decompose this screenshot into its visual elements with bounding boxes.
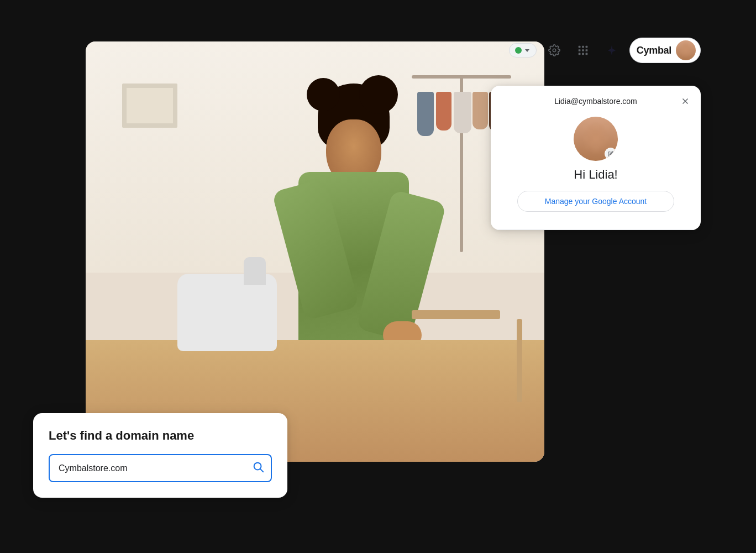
- svg-rect-8: [582, 53, 584, 55]
- cymbal-account-button[interactable]: Cymbal: [629, 38, 701, 63]
- main-scene: Cymbal Lidia@cymbalstore.com: [0, 0, 756, 553]
- svg-rect-9: [585, 53, 587, 55]
- svg-line-13: [260, 469, 263, 472]
- cymbal-brand-label: Cymbal: [637, 45, 671, 56]
- sparkle-icon: [606, 44, 618, 56]
- sewing-machine: [177, 274, 277, 351]
- search-button[interactable]: [252, 461, 264, 476]
- svg-rect-5: [582, 49, 584, 51]
- apps-button[interactable]: [572, 39, 594, 61]
- manage-account-button[interactable]: Manage your Google Account: [517, 191, 674, 212]
- search-icon: [252, 461, 264, 473]
- account-popup: Lidia@cymbalstore.com Hi Lidia! Manage y…: [491, 86, 701, 230]
- pencil-icon: [608, 151, 613, 156]
- svg-rect-7: [579, 53, 581, 55]
- popup-greeting: Hi Lidia!: [574, 168, 617, 182]
- shelf: [412, 294, 522, 404]
- shelf-board: [412, 310, 500, 319]
- avatar-face: [676, 40, 696, 60]
- status-dot: [515, 47, 522, 54]
- chevron-down-icon: [525, 49, 529, 52]
- svg-rect-6: [585, 49, 587, 51]
- svg-rect-3: [585, 46, 587, 48]
- popup-close-button[interactable]: [676, 92, 694, 110]
- settings-button[interactable]: [543, 39, 565, 61]
- close-icon: [680, 96, 690, 106]
- gear-icon: [548, 44, 560, 56]
- svg-rect-2: [582, 46, 584, 48]
- domain-search-input[interactable]: [59, 463, 248, 473]
- svg-rect-4: [579, 49, 581, 51]
- popup-email: Lidia@cymbalstore.com: [491, 86, 701, 112]
- grid-icon: [577, 44, 589, 56]
- status-button[interactable]: [509, 43, 537, 58]
- domain-search-row: [49, 454, 272, 482]
- popup-avatar-edit-button[interactable]: [605, 148, 617, 160]
- domain-search-widget: Let's find a domain name: [33, 413, 287, 498]
- popup-divider: [491, 229, 701, 230]
- garment-3: [454, 92, 471, 133]
- toolbar: Cymbal: [509, 38, 701, 63]
- shelf-leg: [517, 319, 522, 402]
- scene-background: [86, 41, 544, 462]
- garment-4: [473, 92, 488, 129]
- domain-widget-title: Let's find a domain name: [49, 429, 272, 443]
- popup-avatar-section: Hi Lidia! Manage your Google Account: [491, 112, 701, 221]
- svg-point-0: [553, 49, 556, 52]
- user-avatar-small: [676, 40, 696, 60]
- svg-rect-1: [579, 46, 581, 48]
- popup-avatar: [574, 117, 618, 161]
- wall-art: [122, 84, 177, 128]
- hero-image: [86, 41, 544, 462]
- ai-button[interactable]: [601, 39, 623, 61]
